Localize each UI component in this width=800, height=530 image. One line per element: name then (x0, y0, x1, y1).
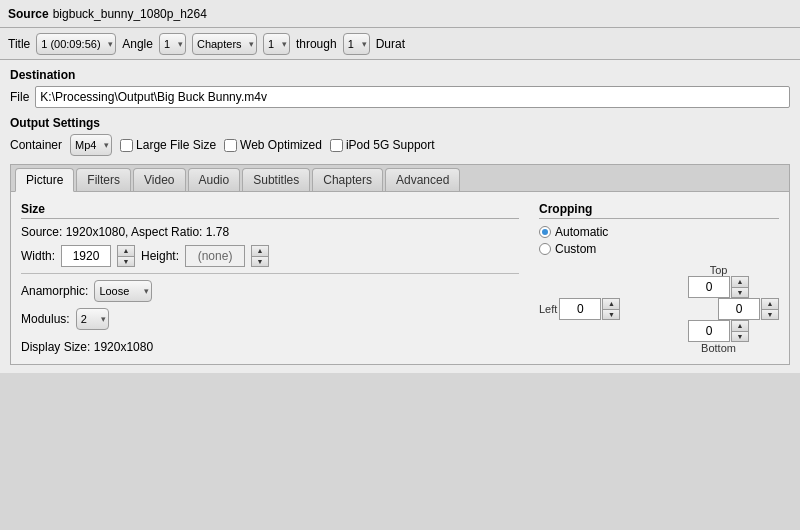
anamorphic-row: Anamorphic: Loose None Strict Custom (21, 280, 519, 302)
chapter-end-select[interactable]: 1 (343, 33, 370, 55)
crop-top-field: Top ▲ ▼ (688, 264, 749, 298)
output-settings-title: Output Settings (10, 116, 790, 130)
height-spinner[interactable]: ▲ ▼ (251, 245, 269, 267)
crop-bottom-up[interactable]: ▲ (732, 321, 748, 332)
crop-right-spinner[interactable]: ▲ ▼ (761, 298, 779, 320)
ipod-support-label[interactable]: iPod 5G Support (330, 138, 435, 152)
destination-row: File (10, 86, 790, 108)
width-spinner[interactable]: ▲ ▼ (117, 245, 135, 267)
crop-top-area: Top ▲ ▼ (539, 264, 779, 298)
crop-middle-area: Left ▲ ▼ (539, 298, 779, 320)
large-file-size-label[interactable]: Large File Size (120, 138, 216, 152)
crop-bottom-down[interactable]: ▼ (732, 332, 748, 342)
crop-top-input[interactable] (688, 276, 730, 298)
ipod-support-text: iPod 5G Support (346, 138, 435, 152)
crop-top-label: Top (710, 264, 728, 276)
tab-video[interactable]: Video (133, 168, 185, 191)
modulus-label: Modulus: (21, 312, 70, 326)
angle-label: Angle (122, 37, 153, 51)
angle-select[interactable]: 1 (159, 33, 186, 55)
width-up-btn[interactable]: ▲ (118, 246, 134, 257)
output-row: Container Mp4 Large File Size Web Optimi… (10, 134, 790, 156)
modulus-select[interactable]: 2 4 8 16 (76, 308, 109, 330)
crop-left-down[interactable]: ▼ (603, 310, 619, 320)
tab-content-picture: Size Source: 1920x1080, Aspect Ratio: 1.… (11, 192, 789, 364)
divider-1 (21, 273, 519, 274)
crop-bottom-spinner[interactable]: ▲ ▼ (731, 320, 749, 342)
width-input[interactable] (61, 245, 111, 267)
ipod-support-checkbox[interactable] (330, 139, 343, 152)
source-info: Source: 1920x1080, Aspect Ratio: 1.78 (21, 225, 229, 239)
crop-bottom-field: ▲ ▼ Bottom (688, 320, 749, 354)
cropping-section: Cropping Automatic Custom (539, 202, 779, 354)
crop-right-input[interactable] (718, 298, 760, 320)
tab-audio[interactable]: Audio (188, 168, 241, 191)
auto-label: Automatic (555, 225, 608, 239)
custom-radio-dot[interactable] (539, 243, 551, 255)
file-input[interactable] (35, 86, 790, 108)
tab-subtitles[interactable]: Subtitles (242, 168, 310, 191)
title-select-wrap[interactable]: 1 (00:09:56) (36, 33, 116, 55)
height-label: Height: (141, 249, 179, 263)
chapters-select[interactable]: Chapters (192, 33, 257, 55)
source-value: bigbuck_bunny_1080p_h264 (53, 7, 207, 21)
custom-radio-label[interactable]: Custom (539, 242, 779, 256)
crop-top-down[interactable]: ▼ (732, 288, 748, 298)
size-header: Size (21, 202, 519, 219)
tab-bar: Picture Filters Video Audio Subtitles Ch… (11, 165, 789, 192)
width-row: Width: ▲ ▼ Height: ▲ ▼ (21, 245, 519, 267)
crop-bottom-input[interactable] (688, 320, 730, 342)
chapter-end-select-wrap[interactable]: 1 (343, 33, 370, 55)
main-content: Destination File Output Settings Contain… (0, 60, 800, 373)
through-label: through (296, 37, 337, 51)
angle-select-wrap[interactable]: 1 (159, 33, 186, 55)
display-size-row: Display Size: 1920x1080 (21, 340, 519, 354)
crop-top-up[interactable]: ▲ (732, 277, 748, 288)
crop-grid: Top ▲ ▼ L (539, 264, 779, 354)
web-optimized-checkbox[interactable] (224, 139, 237, 152)
crop-bottom-area: ▲ ▼ Bottom (539, 320, 779, 354)
crop-left-wrap: ▲ ▼ (559, 298, 620, 320)
height-up-btn[interactable]: ▲ (252, 246, 268, 257)
height-down-btn[interactable]: ▼ (252, 257, 268, 267)
size-section: Size Source: 1920x1080, Aspect Ratio: 1.… (21, 202, 519, 354)
anamorphic-select[interactable]: Loose None Strict Custom (94, 280, 152, 302)
large-file-size-checkbox[interactable] (120, 139, 133, 152)
display-size-label: Display Size: (21, 340, 90, 354)
crop-left-spinner[interactable]: ▲ ▼ (602, 298, 620, 320)
title-label: Title (8, 37, 30, 51)
file-label: File (10, 90, 29, 104)
crop-bottom-label: Bottom (701, 342, 736, 354)
web-optimized-label[interactable]: Web Optimized (224, 138, 322, 152)
chapters-select-wrap[interactable]: Chapters (192, 33, 257, 55)
crop-right-wrap: ▲ ▼ (718, 298, 779, 320)
crop-top-spinner[interactable]: ▲ ▼ (731, 276, 749, 298)
destination-title: Destination (10, 68, 790, 82)
width-down-btn[interactable]: ▼ (118, 257, 134, 267)
tab-picture[interactable]: Picture (15, 168, 74, 192)
height-input[interactable] (185, 245, 245, 267)
auto-radio-label[interactable]: Automatic (539, 225, 779, 239)
anamorphic-select-wrap[interactable]: Loose None Strict Custom (94, 280, 152, 302)
tab-advanced[interactable]: Advanced (385, 168, 460, 191)
custom-label: Custom (555, 242, 596, 256)
crop-right-down[interactable]: ▼ (762, 310, 778, 320)
tab-chapters[interactable]: Chapters (312, 168, 383, 191)
duration-label: Durat (376, 37, 405, 51)
tab-filters[interactable]: Filters (76, 168, 131, 191)
container-label: Container (10, 138, 62, 152)
crop-left-label: Left (539, 303, 557, 315)
title-select[interactable]: 1 (00:09:56) (36, 33, 116, 55)
chapter-start-select-wrap[interactable]: 1 (263, 33, 290, 55)
auto-radio-dot[interactable] (539, 226, 551, 238)
title-row: Title 1 (00:09:56) Angle 1 Chapters 1 th… (0, 28, 800, 60)
crop-bottom-wrap: ▲ ▼ (688, 320, 749, 342)
output-settings-section: Output Settings Container Mp4 Large File… (10, 116, 790, 156)
modulus-select-wrap[interactable]: 2 4 8 16 (76, 308, 109, 330)
crop-left-input[interactable] (559, 298, 601, 320)
container-select[interactable]: Mp4 (70, 134, 112, 156)
crop-right-up[interactable]: ▲ (762, 299, 778, 310)
container-select-wrap[interactable]: Mp4 (70, 134, 112, 156)
crop-left-up[interactable]: ▲ (603, 299, 619, 310)
chapter-start-select[interactable]: 1 (263, 33, 290, 55)
